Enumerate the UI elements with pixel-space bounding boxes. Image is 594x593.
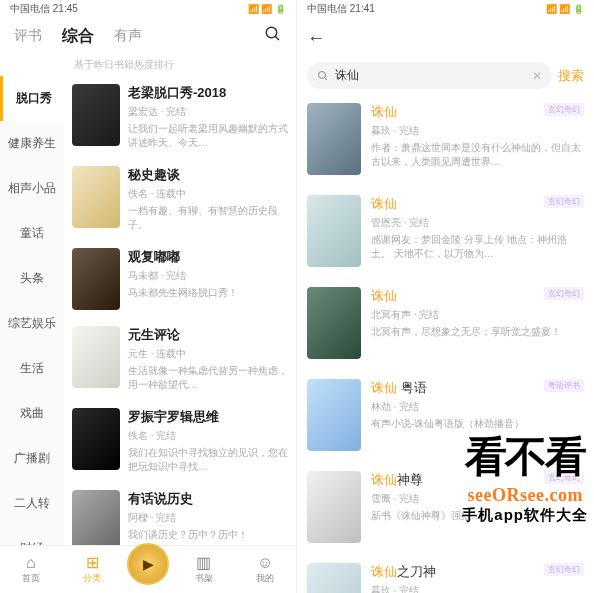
- book-title: 罗振宇罗辑思维: [128, 408, 288, 426]
- result-desc: 新书《诛仙神尊》强推…: [371, 509, 584, 523]
- genre-tag: 玄幻奇幻: [544, 103, 584, 116]
- tab-pingshu[interactable]: 评书: [14, 27, 42, 45]
- sidebar-item-variety[interactable]: 综艺娱乐: [0, 301, 64, 346]
- book-meta: 元生 · 连载中: [128, 347, 288, 361]
- smile-icon: ☺: [257, 555, 273, 571]
- book-cover: [307, 379, 361, 451]
- genre-tag: 粤语评书: [544, 379, 584, 392]
- book-desc: 马未都先生网络脱口秀！: [128, 286, 288, 300]
- book-cover: [72, 248, 120, 310]
- phone-right: 中国电信 21:41 📶 📶 🔋 ← 诛仙 ✕ 搜索 玄幻奇幻 诛仙 暮玖 · …: [297, 0, 594, 593]
- list-item[interactable]: 玄幻奇幻 诛仙神尊 雪鹰 · 完结 新书《诛仙神尊》强推…: [307, 461, 584, 553]
- list-item[interactable]: 玄幻奇幻 诛仙 北冥有声 · 完结 北冥有声，尽想象之无尽；享听觉之盛宴！: [307, 277, 584, 369]
- list-item[interactable]: 罗振宇罗辑思维 佚名 · 完结 我们在知识中寻找独立的见识，您在把玩知识中寻找…: [72, 400, 288, 482]
- search-results: 玄幻奇幻 诛仙 暮玖 · 完结 作者：萧鼎这世间本是没有什么神仙的，但自太古以来…: [297, 93, 594, 593]
- search-input[interactable]: 诛仙 ✕: [307, 62, 552, 89]
- result-desc: 作者：萧鼎这世间本是没有什么神仙的，但自太古以来，人类眼见周遭世界…: [371, 141, 584, 169]
- result-meta: 暮玖 · 完结: [371, 584, 584, 593]
- tab-zonghe[interactable]: 综合: [62, 26, 94, 47]
- search-icon[interactable]: [264, 25, 282, 48]
- result-meta: 北冥有声 · 完结: [371, 308, 584, 322]
- sidebar-item-talkshow[interactable]: 脱口秀: [0, 76, 64, 121]
- book-desc: 生活就像一种集虑代替另一种焦虑，用一种欲望代…: [128, 364, 288, 392]
- list-item[interactable]: 玄幻奇幻 诛仙 管恩亮 · 完结 感谢网友：梦回金陵 分享上传 地点：神州浩土。…: [307, 185, 584, 277]
- result-meta: 暮玖 · 完结: [371, 124, 584, 138]
- grid-icon: ⊞: [86, 555, 99, 571]
- top-tabs: 评书 综合 有声: [0, 18, 296, 54]
- book-cover: [72, 490, 120, 552]
- book-meta: 梁宏达 · 完结: [128, 105, 288, 119]
- status-icons: 📶 📶 🔋: [248, 4, 286, 14]
- result-desc: 感谢网友：梦回金陵 分享上传 地点：神州浩土。 天地不仁，以万物为…: [371, 233, 584, 261]
- book-title: 元生评论: [128, 326, 288, 344]
- play-icon: ▶: [143, 556, 154, 572]
- sidebar-item-radiodrama[interactable]: 广播剧: [0, 436, 64, 481]
- list-item[interactable]: 老梁脱口秀-2018 梁宏达 · 完结 让我们一起听老梁用风趣幽默的方式讲述昨天…: [72, 76, 288, 158]
- sidebar-item-errenzhuan[interactable]: 二人转: [0, 481, 64, 526]
- side-category-list: 脱口秀 健康养生 相声小品 童话 头条 综艺娱乐 生活 戏曲 广播剧 二人转 财…: [0, 76, 64, 556]
- sidebar-item-headlines[interactable]: 头条: [0, 256, 64, 301]
- sidebar-item-life[interactable]: 生活: [0, 346, 64, 391]
- sidebar-item-fairytale[interactable]: 童话: [0, 211, 64, 256]
- result-desc: 北冥有声，尽想象之无尽；享听觉之盛宴！: [371, 325, 584, 339]
- book-cover: [72, 326, 120, 388]
- book-cover: [307, 195, 361, 267]
- book-cover: [307, 287, 361, 359]
- book-cover: [72, 166, 120, 228]
- svg-point-2: [319, 71, 326, 78]
- genre-tag: 玄幻奇幻: [544, 287, 584, 300]
- clear-icon[interactable]: ✕: [532, 69, 542, 83]
- book-desc: 让我们一起听老梁用风趣幽默的方式讲述昨天、今天…: [128, 122, 288, 150]
- home-icon: ⌂: [26, 555, 36, 571]
- book-title: 老梁脱口秀-2018: [128, 84, 288, 102]
- book-title: 有话说历史: [128, 490, 288, 508]
- list-item[interactable]: 秘史趣谈 佚名 · 连载中 一档有趣、有聊、有智慧的历史段子。: [72, 158, 288, 240]
- list-item[interactable]: 玄幻奇幻 诛仙 暮玖 · 完结 作者：萧鼎这世间本是没有什么神仙的，但自太古以来…: [307, 93, 584, 185]
- sidebar-item-crosstalk[interactable]: 相声小品: [0, 166, 64, 211]
- list-item[interactable]: 元生评论 元生 · 连载中 生活就像一种集虑代替另一种焦虑，用一种欲望代…: [72, 318, 288, 400]
- search-header: ←: [297, 18, 594, 58]
- book-cover: [72, 84, 120, 146]
- svg-line-3: [325, 77, 328, 80]
- search-text: 诛仙: [335, 67, 526, 84]
- book-cover: [307, 563, 361, 593]
- result-meta: 雪鹰 · 完结: [371, 492, 584, 506]
- tab-yousheng[interactable]: 有声: [114, 27, 142, 45]
- book-meta: 阿樑 · 完结: [128, 511, 288, 525]
- svg-line-1: [275, 36, 279, 40]
- list-item[interactable]: 玄幻奇幻 诛仙之刀神 暮玖 · 完结: [307, 553, 584, 593]
- book-cover: [72, 408, 120, 470]
- nav-category[interactable]: ⊞ 分类: [62, 555, 124, 585]
- search-button[interactable]: 搜索: [558, 67, 584, 85]
- nav-label: 分类: [83, 572, 101, 585]
- sidebar-item-health[interactable]: 健康养生: [0, 121, 64, 166]
- nav-label: 书架: [195, 572, 213, 585]
- nav-mine[interactable]: ☺ 我的: [235, 555, 297, 585]
- book-meta: 马未都 · 完结: [128, 269, 288, 283]
- nav-label: 我的: [256, 572, 274, 585]
- genre-tag: 玄幻奇幻: [544, 195, 584, 208]
- result-desc: 有声小说-诛仙粤语版（林劲播音）: [371, 417, 584, 431]
- book-title: 观复嘟嘟: [128, 248, 288, 266]
- list-item[interactable]: 观复嘟嘟 马未都 · 完结 马未都先生网络脱口秀！: [72, 240, 288, 318]
- svg-point-0: [266, 27, 277, 38]
- nav-label: 首页: [22, 572, 40, 585]
- search-bar: 诛仙 ✕ 搜索: [297, 58, 594, 93]
- back-icon[interactable]: ←: [307, 28, 325, 49]
- nav-home[interactable]: ⌂ 首页: [0, 555, 62, 585]
- nav-shelf[interactable]: ▥ 书架: [173, 555, 235, 585]
- sidebar-item-opera[interactable]: 戏曲: [0, 391, 64, 436]
- status-bar-left: 中国电信 21:45 📶 📶 🔋: [0, 0, 296, 18]
- list-item[interactable]: 粤语评书 诛仙 粤语 林劲 · 完结 有声小说-诛仙粤语版（林劲播音）: [307, 369, 584, 461]
- bottom-nav: ⌂ 首页 ⊞ 分类 ▶ ▥ 书架 ☺ 我的: [0, 545, 296, 593]
- result-meta: 林劲 · 完结: [371, 400, 584, 414]
- book-desc: 一档有趣、有聊、有智慧的历史段子。: [128, 204, 288, 232]
- play-button[interactable]: ▶: [127, 543, 169, 585]
- carrier-time: 中国电信 21:41: [307, 2, 375, 16]
- sort-note: 基于昨日书籍热度排行: [0, 54, 296, 76]
- genre-tag: 玄幻奇幻: [544, 563, 584, 576]
- book-desc: 我们在知识中寻找独立的见识，您在把玩知识中寻找…: [128, 446, 288, 474]
- genre-tag: 玄幻奇幻: [544, 471, 584, 484]
- book-meta: 佚名 · 完结: [128, 429, 288, 443]
- result-meta: 管恩亮 · 完结: [371, 216, 584, 230]
